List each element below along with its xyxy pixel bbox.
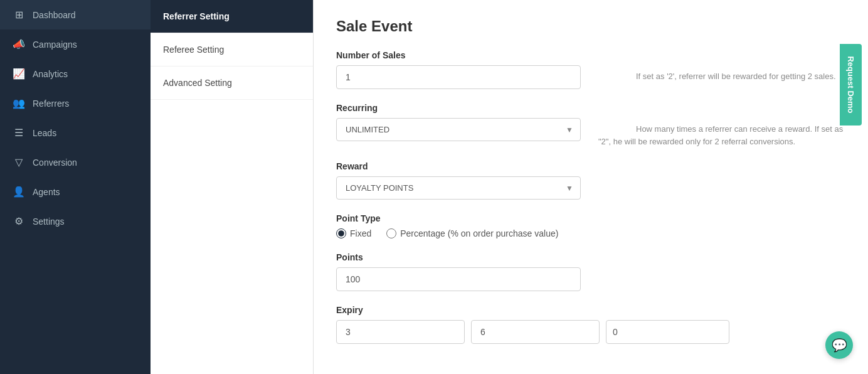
reward-select[interactable]: LOYALTY POINTS COUPON CASH BACK [336,176,581,200]
reward-label: Reward [336,161,845,171]
expiry-input-1[interactable] [336,320,465,344]
points-field: Points [336,252,845,291]
sidebar-label-settings: Settings [33,216,65,227]
subnav-item-referee-setting[interactable]: Referee Setting [151,33,313,67]
agents-icon: 👤 [13,186,25,198]
sidebar-label-leads: Leads [33,128,56,138]
points-label: Points [336,252,845,262]
point-type-field: Point Type Fixed Percentage (% on order … [336,213,845,238]
sidebar-label-campaigns: Campaigns [33,40,77,50]
radio-fixed[interactable]: Fixed [336,228,371,238]
subnav-panel: Referrer Setting Referee Setting Advance… [151,0,314,374]
number-of-sales-row: Number of Sales If set as '2', referrer … [336,50,845,89]
expiry-spinner[interactable] [606,320,729,344]
sidebar-label-referrers: Referrers [33,99,69,109]
sidebar-label-conversion: Conversion [33,158,77,168]
point-type-label: Point Type [336,213,845,223]
expiry-inputs-group [336,320,581,344]
radio-percentage[interactable]: Percentage (% on order purchase value) [386,228,558,238]
sidebar-label-dashboard: Dashboard [33,10,76,20]
chat-icon: 💬 [832,338,847,353]
points-input[interactable] [336,267,581,291]
recurring-select-wrapper: UNLIMITED 1 2 3 5 10 ▼ [336,118,581,141]
radio-percentage-input[interactable] [386,228,396,238]
number-of-sales-label: Number of Sales [336,50,583,60]
point-type-radio-group: Fixed Percentage (% on order purchase va… [336,228,845,238]
expiry-input-2[interactable] [471,320,600,344]
sidebar-item-campaigns[interactable]: 📣 Campaigns [0,29,151,59]
chat-button[interactable]: 💬 [825,331,853,359]
sidebar-label-agents: Agents [33,187,60,197]
sidebar: ⊞ Dashboard 📣 Campaigns 📈 Analytics 👥 Re… [0,0,151,374]
radio-fixed-input[interactable] [336,228,346,238]
main-content: Sale Event Number of Sales If set as '2'… [314,0,868,374]
page-title: Sale Event [336,18,845,35]
reward-field: Reward LOYALTY POINTS COUPON CASH BACK ▼ [336,161,845,200]
sidebar-item-agents[interactable]: 👤 Agents [0,177,151,206]
sidebar-item-analytics[interactable]: 📈 Analytics [0,59,151,88]
expiry-field: Expiry [336,305,845,344]
reward-select-wrapper: LOYALTY POINTS COUPON CASH BACK ▼ [336,176,581,200]
request-demo-label: Request Demo [846,56,855,113]
leads-icon: ☰ [13,127,25,139]
recurring-field: Recurring UNLIMITED 1 2 3 5 10 ▼ [336,103,583,141]
subnav-item-referrer-setting[interactable]: Referrer Setting [151,0,313,33]
sidebar-label-analytics: Analytics [33,69,68,79]
campaigns-icon: 📣 [13,38,25,50]
request-demo-button[interactable]: Request Demo [840,44,862,126]
sidebar-item-referrers[interactable]: 👥 Referrers [0,88,151,118]
sidebar-item-settings[interactable]: ⚙ Settings [0,206,151,236]
number-of-sales-hint: If set as '2', referrer will be rewarded… [636,72,836,81]
recurring-row: Recurring UNLIMITED 1 2 3 5 10 ▼ How man… [336,103,845,147]
recurring-select[interactable]: UNLIMITED 1 2 3 5 10 [336,118,581,141]
expiry-label: Expiry [336,305,845,315]
subnav-item-advanced-setting[interactable]: Advanced Setting [151,67,313,100]
radio-percentage-label: Percentage (% on order purchase value) [400,228,558,238]
analytics-icon: 📈 [13,68,25,80]
radio-fixed-label: Fixed [350,228,371,238]
recurring-label: Recurring [336,103,583,113]
conversion-icon: ▽ [13,156,25,168]
referrers-icon: 👥 [13,97,25,109]
dashboard-icon: ⊞ [13,9,25,21]
settings-icon: ⚙ [13,215,25,227]
sidebar-item-leads[interactable]: ☰ Leads [0,118,151,147]
number-of-sales-input[interactable] [336,65,581,89]
number-of-sales-field: Number of Sales [336,50,583,89]
recurring-hint: How many times a referrer can receive a … [598,124,843,146]
sidebar-item-conversion[interactable]: ▽ Conversion [0,147,151,177]
sidebar-item-dashboard[interactable]: ⊞ Dashboard [0,0,151,29]
